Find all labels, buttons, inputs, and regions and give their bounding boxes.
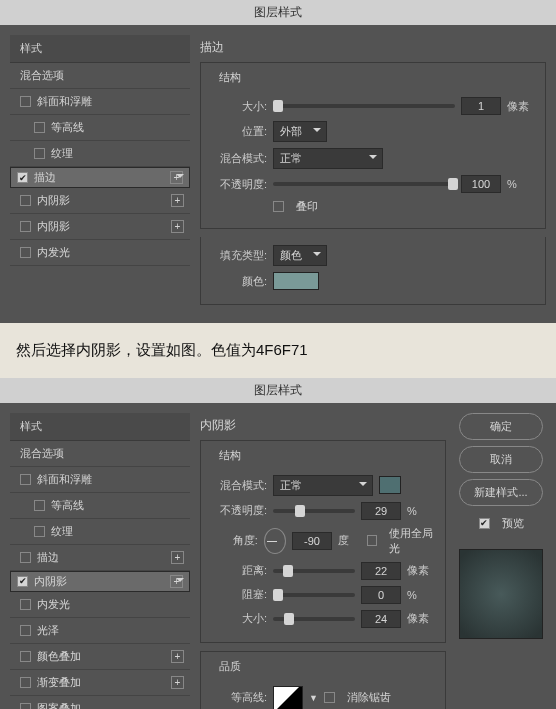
choke-input[interactable] <box>361 586 401 604</box>
sidebar-item-label: 斜面和浮雕 <box>37 472 92 487</box>
overprint-checkbox[interactable] <box>273 201 284 212</box>
angle-dial[interactable] <box>264 528 286 554</box>
ok-button[interactable]: 确定 <box>459 413 543 440</box>
add-effect-button[interactable]: + <box>170 171 183 184</box>
style-checkbox[interactable]: ✔ <box>17 172 28 183</box>
size-slider[interactable] <box>273 104 455 108</box>
contour-picker[interactable] <box>273 686 303 710</box>
sidebar-item[interactable]: 内发光 <box>10 240 190 266</box>
opacity-slider[interactable] <box>273 509 355 513</box>
sidebar-item[interactable]: 斜面和浮雕 <box>10 467 190 493</box>
global-light-checkbox[interactable] <box>367 535 377 546</box>
distance-label: 距离: <box>211 563 267 578</box>
blendmode-select[interactable]: 正常 <box>273 475 373 496</box>
sidebar-item-label: 内阴影 <box>37 193 70 208</box>
shadow-color-swatch[interactable] <box>379 476 401 494</box>
size-label: 大小: <box>211 611 267 626</box>
instruction-text: 然后选择内阴影，设置如图。色值为4F6F71 <box>0 323 556 378</box>
sidebar-item[interactable]: 光泽 <box>10 618 190 644</box>
opacity-unit: % <box>507 178 535 190</box>
size-unit: 像素 <box>507 99 535 114</box>
antialias-checkbox[interactable] <box>324 692 335 703</box>
sidebar-item[interactable]: 描边+ <box>10 545 190 571</box>
style-checkbox[interactable] <box>20 474 31 485</box>
add-effect-button[interactable]: + <box>171 551 184 564</box>
preview-thumbnail <box>459 549 543 639</box>
sidebar-blend-options[interactable]: 混合选项 <box>10 63 190 89</box>
filltype-select[interactable]: 颜色 <box>273 245 327 266</box>
add-effect-button[interactable]: + <box>171 194 184 207</box>
sidebar-item[interactable]: ✔内阴影+ <box>10 571 190 592</box>
sidebar-item[interactable]: 内阴影+ <box>10 188 190 214</box>
color-swatch[interactable] <box>273 272 319 290</box>
size-slider[interactable] <box>273 617 355 621</box>
style-checkbox[interactable] <box>20 195 31 206</box>
chevron-down-icon[interactable]: ▼ <box>309 693 318 703</box>
group-quality: 品质 <box>215 659 245 674</box>
distance-input[interactable] <box>361 562 401 580</box>
sidebar-item[interactable]: 渐变叠加+ <box>10 670 190 696</box>
style-checkbox[interactable] <box>20 96 31 107</box>
sidebar-item-label: 等高线 <box>51 498 84 513</box>
add-effect-button[interactable]: + <box>170 575 183 588</box>
dialog-right-column: 确定 取消 新建样式... ✔ 预览 <box>456 413 546 710</box>
style-checkbox[interactable] <box>20 247 31 258</box>
opacity-input[interactable] <box>461 175 501 193</box>
sidebar-item[interactable]: 内发光 <box>10 592 190 618</box>
sidebar-item-label: 光泽 <box>37 623 59 638</box>
sidebar-item[interactable]: 颜色叠加+ <box>10 644 190 670</box>
sidebar-item-label: 描边 <box>34 170 56 185</box>
layer-style-dialog-stroke: 图层样式 样式 混合选项 斜面和浮雕等高线纹理✔描边+内阴影+内阴影+内发光 描… <box>0 0 556 323</box>
sidebar-header: 样式 <box>10 413 190 441</box>
sidebar-item[interactable]: 图案叠加 <box>10 696 190 710</box>
antialias-label: 消除锯齿 <box>347 690 391 705</box>
style-checkbox[interactable] <box>34 148 45 159</box>
blendmode-select[interactable]: 正常 <box>273 148 383 169</box>
style-checkbox[interactable]: ✔ <box>17 576 28 587</box>
style-checkbox[interactable] <box>20 221 31 232</box>
add-effect-button[interactable]: + <box>171 650 184 663</box>
style-checkbox[interactable] <box>20 703 31 710</box>
preview-checkbox[interactable]: ✔ <box>479 518 490 529</box>
style-checkbox[interactable] <box>34 526 45 537</box>
distance-slider[interactable] <box>273 569 355 573</box>
sidebar-blend-options[interactable]: 混合选项 <box>10 441 190 467</box>
choke-slider[interactable] <box>273 593 355 597</box>
size-input[interactable] <box>461 97 501 115</box>
stroke-panel: 描边 结构 大小: 像素 位置: 外部 混合模式: 正常 不 <box>200 35 546 313</box>
opacity-input[interactable] <box>361 502 401 520</box>
position-select[interactable]: 外部 <box>273 121 327 142</box>
sidebar-item-label: 渐变叠加 <box>37 675 81 690</box>
sidebar-header: 样式 <box>10 35 190 63</box>
cancel-button[interactable]: 取消 <box>459 446 543 473</box>
opacity-slider[interactable] <box>273 182 455 186</box>
sidebar-item[interactable]: 等高线 <box>10 493 190 519</box>
position-label: 位置: <box>211 124 267 139</box>
sidebar-item-label: 纹理 <box>51 146 73 161</box>
sidebar-item[interactable]: 纹理 <box>10 519 190 545</box>
contour-label: 等高线: <box>211 690 267 705</box>
preview-label: 预览 <box>502 516 524 531</box>
add-effect-button[interactable]: + <box>171 676 184 689</box>
style-checkbox[interactable] <box>20 552 31 563</box>
sidebar-item[interactable]: 内阴影+ <box>10 214 190 240</box>
style-checkbox[interactable] <box>20 677 31 688</box>
add-effect-button[interactable]: + <box>171 220 184 233</box>
blendmode-label: 混合模式: <box>211 478 267 493</box>
sidebar-item[interactable]: 等高线 <box>10 115 190 141</box>
group-structure: 结构 <box>215 70 245 85</box>
style-checkbox[interactable] <box>20 599 31 610</box>
style-checkbox[interactable] <box>34 500 45 511</box>
sidebar-item-label: 斜面和浮雕 <box>37 94 92 109</box>
size-label: 大小: <box>211 99 267 114</box>
angle-input[interactable] <box>292 532 332 550</box>
style-checkbox[interactable] <box>34 122 45 133</box>
new-style-button[interactable]: 新建样式... <box>459 479 543 506</box>
style-checkbox[interactable] <box>20 625 31 636</box>
style-checkbox[interactable] <box>20 651 31 662</box>
sidebar-item[interactable]: 斜面和浮雕 <box>10 89 190 115</box>
size-input[interactable] <box>361 610 401 628</box>
style-sidebar: 样式 混合选项 斜面和浮雕等高线纹理描边+✔内阴影+内发光光泽颜色叠加+渐变叠加… <box>10 413 190 710</box>
sidebar-item[interactable]: ✔描边+ <box>10 167 190 188</box>
sidebar-item[interactable]: 纹理 <box>10 141 190 167</box>
